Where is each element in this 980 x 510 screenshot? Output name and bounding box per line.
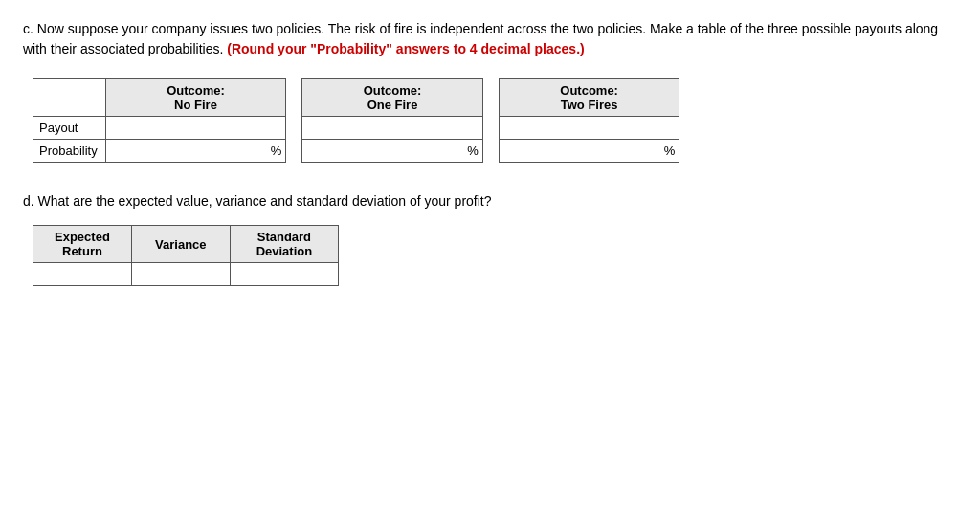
variance-cell — [131, 263, 230, 286]
section-c-text: c. Now suppose your company issues two p… — [23, 19, 957, 59]
spacer-cell-1 — [286, 117, 302, 140]
spacer-1 — [286, 79, 302, 117]
spacer-cell-2 — [482, 117, 499, 140]
std-deviation-input[interactable] — [231, 263, 338, 285]
spacer-2 — [482, 79, 499, 117]
payout-no-fire-cell — [105, 117, 286, 140]
header-two-fires: Outcome: Two Fires — [499, 79, 679, 117]
header-no-fire: Outcome: No Fire — [105, 79, 286, 117]
prob-no-fire-cell: % — [105, 140, 286, 163]
probability-row: Probability % % — [33, 140, 696, 163]
section-c-bold-red: (Round your "Probability" answers to 4 d… — [227, 41, 584, 56]
spacer-3 — [679, 79, 696, 117]
header-expected-return: Expected Return — [33, 226, 132, 263]
payout-two-fires-cell — [499, 117, 679, 140]
payout-row: Payout — [33, 117, 696, 140]
expected-return-cell — [33, 263, 132, 286]
prob-two-fires-cell: % — [499, 140, 679, 163]
results-table-section: Expected Return Variance Standard Deviat… — [33, 225, 957, 286]
header-one-fire: Outcome: One Fire — [302, 79, 483, 117]
prob-no-fire-input[interactable] — [106, 140, 271, 162]
spacer-cell-6 — [679, 140, 696, 163]
payout-no-fire-input[interactable] — [106, 117, 286, 139]
payouts-table-section: Outcome: No Fire Outcome: One Fire Outco… — [33, 78, 957, 163]
results-row — [33, 263, 339, 286]
payout-one-fire-cell — [302, 117, 483, 140]
percent-sign-3: % — [664, 144, 679, 158]
prob-one-fire-cell: % — [302, 140, 483, 163]
section-d: d. What are the expected value, variance… — [23, 191, 957, 286]
payout-one-fire-input[interactable] — [302, 117, 482, 139]
std-deviation-cell — [230, 263, 338, 286]
header-std-deviation: Standard Deviation — [230, 226, 338, 263]
probability-label: Probability — [33, 140, 106, 163]
results-table: Expected Return Variance Standard Deviat… — [33, 225, 339, 286]
spacer-cell-4 — [286, 140, 302, 163]
header-variance: Variance — [131, 226, 230, 263]
payout-label: Payout — [33, 117, 106, 140]
payouts-table: Outcome: No Fire Outcome: One Fire Outco… — [33, 78, 696, 163]
expected-return-input[interactable] — [33, 263, 131, 285]
section-d-text: d. What are the expected value, variance… — [23, 191, 957, 211]
payout-two-fires-input[interactable] — [500, 117, 679, 139]
spacer-cell-5 — [482, 140, 499, 163]
prob-one-fire-input[interactable] — [302, 140, 467, 162]
empty-header — [33, 79, 106, 117]
variance-input[interactable] — [132, 263, 230, 285]
spacer-cell-3 — [679, 117, 696, 140]
percent-sign-2: % — [467, 144, 482, 158]
prob-two-fires-input[interactable] — [500, 140, 664, 162]
percent-sign-1: % — [271, 144, 286, 158]
